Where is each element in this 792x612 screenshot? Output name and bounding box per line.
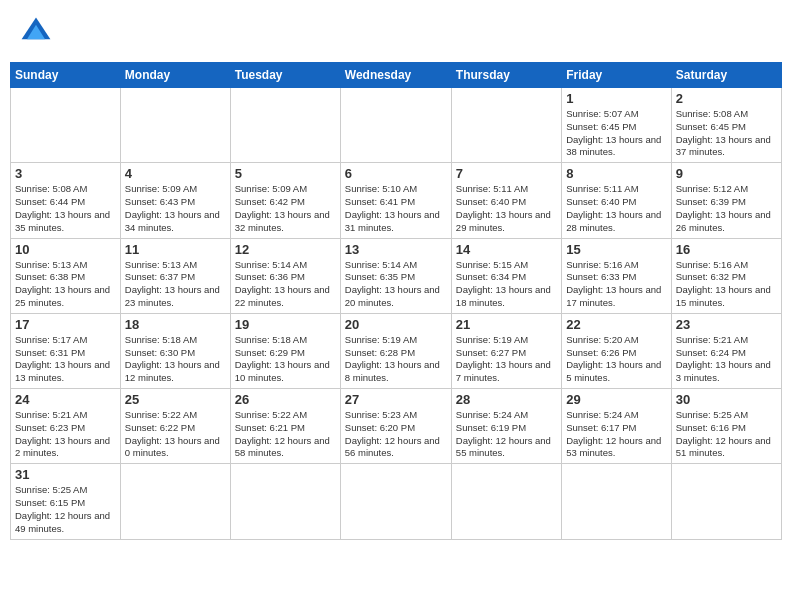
day-info: Sunrise: 5:13 AM Sunset: 6:37 PM Dayligh… (125, 259, 226, 310)
day-number: 9 (676, 166, 777, 181)
calendar-cell (671, 464, 781, 539)
calendar-table: SundayMondayTuesdayWednesdayThursdayFrid… (10, 62, 782, 540)
calendar-cell: 17Sunrise: 5:17 AM Sunset: 6:31 PM Dayli… (11, 313, 121, 388)
day-info: Sunrise: 5:16 AM Sunset: 6:33 PM Dayligh… (566, 259, 666, 310)
calendar-cell: 18Sunrise: 5:18 AM Sunset: 6:30 PM Dayli… (120, 313, 230, 388)
column-header-wednesday: Wednesday (340, 63, 451, 88)
calendar-cell: 10Sunrise: 5:13 AM Sunset: 6:38 PM Dayli… (11, 238, 121, 313)
day-number: 19 (235, 317, 336, 332)
calendar-cell: 2Sunrise: 5:08 AM Sunset: 6:45 PM Daylig… (671, 88, 781, 163)
calendar-week-row: 17Sunrise: 5:17 AM Sunset: 6:31 PM Dayli… (11, 313, 782, 388)
calendar-cell: 3Sunrise: 5:08 AM Sunset: 6:44 PM Daylig… (11, 163, 121, 238)
day-info: Sunrise: 5:11 AM Sunset: 6:40 PM Dayligh… (456, 183, 557, 234)
calendar-cell: 25Sunrise: 5:22 AM Sunset: 6:22 PM Dayli… (120, 389, 230, 464)
day-number: 10 (15, 242, 116, 257)
calendar-cell: 29Sunrise: 5:24 AM Sunset: 6:17 PM Dayli… (562, 389, 671, 464)
calendar-cell: 5Sunrise: 5:09 AM Sunset: 6:42 PM Daylig… (230, 163, 340, 238)
calendar-cell: 23Sunrise: 5:21 AM Sunset: 6:24 PM Dayli… (671, 313, 781, 388)
day-number: 22 (566, 317, 666, 332)
logo (18, 14, 58, 50)
day-number: 26 (235, 392, 336, 407)
column-header-thursday: Thursday (451, 63, 561, 88)
calendar-week-row: 3Sunrise: 5:08 AM Sunset: 6:44 PM Daylig… (11, 163, 782, 238)
day-number: 31 (15, 467, 116, 482)
calendar-cell: 22Sunrise: 5:20 AM Sunset: 6:26 PM Dayli… (562, 313, 671, 388)
day-info: Sunrise: 5:08 AM Sunset: 6:44 PM Dayligh… (15, 183, 116, 234)
calendar-cell (120, 464, 230, 539)
day-number: 14 (456, 242, 557, 257)
day-info: Sunrise: 5:15 AM Sunset: 6:34 PM Dayligh… (456, 259, 557, 310)
day-number: 24 (15, 392, 116, 407)
calendar-cell: 12Sunrise: 5:14 AM Sunset: 6:36 PM Dayli… (230, 238, 340, 313)
calendar-cell: 8Sunrise: 5:11 AM Sunset: 6:40 PM Daylig… (562, 163, 671, 238)
calendar-cell: 31Sunrise: 5:25 AM Sunset: 6:15 PM Dayli… (11, 464, 121, 539)
day-info: Sunrise: 5:25 AM Sunset: 6:15 PM Dayligh… (15, 484, 116, 535)
calendar-cell: 7Sunrise: 5:11 AM Sunset: 6:40 PM Daylig… (451, 163, 561, 238)
day-number: 23 (676, 317, 777, 332)
day-info: Sunrise: 5:21 AM Sunset: 6:23 PM Dayligh… (15, 409, 116, 460)
day-info: Sunrise: 5:12 AM Sunset: 6:39 PM Dayligh… (676, 183, 777, 234)
day-info: Sunrise: 5:24 AM Sunset: 6:17 PM Dayligh… (566, 409, 666, 460)
day-number: 13 (345, 242, 447, 257)
day-number: 21 (456, 317, 557, 332)
calendar-cell: 28Sunrise: 5:24 AM Sunset: 6:19 PM Dayli… (451, 389, 561, 464)
calendar-header-row: SundayMondayTuesdayWednesdayThursdayFrid… (11, 63, 782, 88)
calendar-cell: 13Sunrise: 5:14 AM Sunset: 6:35 PM Dayli… (340, 238, 451, 313)
day-info: Sunrise: 5:09 AM Sunset: 6:42 PM Dayligh… (235, 183, 336, 234)
calendar-week-row: 10Sunrise: 5:13 AM Sunset: 6:38 PM Dayli… (11, 238, 782, 313)
day-info: Sunrise: 5:11 AM Sunset: 6:40 PM Dayligh… (566, 183, 666, 234)
day-info: Sunrise: 5:18 AM Sunset: 6:30 PM Dayligh… (125, 334, 226, 385)
column-header-tuesday: Tuesday (230, 63, 340, 88)
day-info: Sunrise: 5:17 AM Sunset: 6:31 PM Dayligh… (15, 334, 116, 385)
calendar-cell: 9Sunrise: 5:12 AM Sunset: 6:39 PM Daylig… (671, 163, 781, 238)
day-number: 2 (676, 91, 777, 106)
day-info: Sunrise: 5:14 AM Sunset: 6:35 PM Dayligh… (345, 259, 447, 310)
calendar-cell: 16Sunrise: 5:16 AM Sunset: 6:32 PM Dayli… (671, 238, 781, 313)
calendar-cell: 19Sunrise: 5:18 AM Sunset: 6:29 PM Dayli… (230, 313, 340, 388)
day-number: 6 (345, 166, 447, 181)
calendar-week-row: 31Sunrise: 5:25 AM Sunset: 6:15 PM Dayli… (11, 464, 782, 539)
day-info: Sunrise: 5:22 AM Sunset: 6:22 PM Dayligh… (125, 409, 226, 460)
column-header-friday: Friday (562, 63, 671, 88)
calendar-cell: 6Sunrise: 5:10 AM Sunset: 6:41 PM Daylig… (340, 163, 451, 238)
day-number: 28 (456, 392, 557, 407)
day-number: 1 (566, 91, 666, 106)
day-number: 11 (125, 242, 226, 257)
day-info: Sunrise: 5:10 AM Sunset: 6:41 PM Dayligh… (345, 183, 447, 234)
calendar-cell: 24Sunrise: 5:21 AM Sunset: 6:23 PM Dayli… (11, 389, 121, 464)
day-number: 16 (676, 242, 777, 257)
day-number: 20 (345, 317, 447, 332)
logo-icon (18, 14, 54, 50)
day-number: 4 (125, 166, 226, 181)
calendar-cell: 21Sunrise: 5:19 AM Sunset: 6:27 PM Dayli… (451, 313, 561, 388)
day-info: Sunrise: 5:19 AM Sunset: 6:28 PM Dayligh… (345, 334, 447, 385)
day-number: 17 (15, 317, 116, 332)
calendar-cell (230, 464, 340, 539)
calendar-cell: 14Sunrise: 5:15 AM Sunset: 6:34 PM Dayli… (451, 238, 561, 313)
calendar-cell: 30Sunrise: 5:25 AM Sunset: 6:16 PM Dayli… (671, 389, 781, 464)
day-number: 8 (566, 166, 666, 181)
calendar-cell (230, 88, 340, 163)
day-number: 29 (566, 392, 666, 407)
column-header-sunday: Sunday (11, 63, 121, 88)
calendar-cell: 20Sunrise: 5:19 AM Sunset: 6:28 PM Dayli… (340, 313, 451, 388)
day-info: Sunrise: 5:19 AM Sunset: 6:27 PM Dayligh… (456, 334, 557, 385)
day-info: Sunrise: 5:22 AM Sunset: 6:21 PM Dayligh… (235, 409, 336, 460)
day-number: 15 (566, 242, 666, 257)
day-info: Sunrise: 5:16 AM Sunset: 6:32 PM Dayligh… (676, 259, 777, 310)
day-info: Sunrise: 5:09 AM Sunset: 6:43 PM Dayligh… (125, 183, 226, 234)
day-info: Sunrise: 5:25 AM Sunset: 6:16 PM Dayligh… (676, 409, 777, 460)
day-info: Sunrise: 5:08 AM Sunset: 6:45 PM Dayligh… (676, 108, 777, 159)
calendar-week-row: 24Sunrise: 5:21 AM Sunset: 6:23 PM Dayli… (11, 389, 782, 464)
day-info: Sunrise: 5:23 AM Sunset: 6:20 PM Dayligh… (345, 409, 447, 460)
calendar-cell (120, 88, 230, 163)
calendar-cell: 11Sunrise: 5:13 AM Sunset: 6:37 PM Dayli… (120, 238, 230, 313)
calendar-cell (11, 88, 121, 163)
day-info: Sunrise: 5:18 AM Sunset: 6:29 PM Dayligh… (235, 334, 336, 385)
day-number: 5 (235, 166, 336, 181)
day-number: 30 (676, 392, 777, 407)
day-info: Sunrise: 5:21 AM Sunset: 6:24 PM Dayligh… (676, 334, 777, 385)
calendar-cell: 26Sunrise: 5:22 AM Sunset: 6:21 PM Dayli… (230, 389, 340, 464)
day-number: 12 (235, 242, 336, 257)
day-number: 27 (345, 392, 447, 407)
